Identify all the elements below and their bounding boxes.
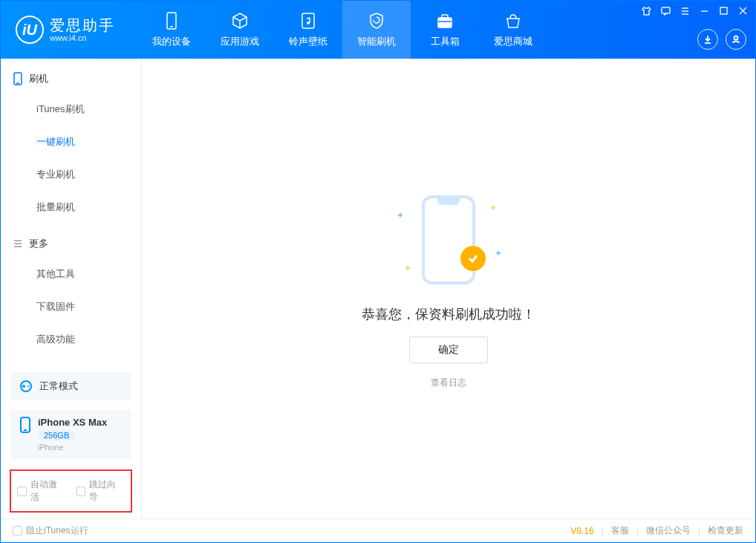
app-logo[interactable]: iU 爱思助手 www.i4.cn — [1, 16, 115, 44]
sidebar-item-download-firmware[interactable]: 下载固件 — [1, 290, 141, 323]
checkbox-label: 跳过向导 — [89, 478, 125, 504]
toolbox-icon — [435, 11, 454, 30]
checkbox-icon — [17, 487, 27, 496]
ok-button[interactable]: 确定 — [409, 336, 488, 363]
tab-smart-flash[interactable]: 智能刷机 — [342, 1, 411, 59]
svg-rect-2 — [302, 13, 314, 28]
header: iU 爱思助手 www.i4.cn 我的设备 应用游戏 铃声壁纸 智能刷机 工具… — [1, 1, 755, 59]
user-icon[interactable] — [726, 29, 746, 50]
checkbox-icon — [76, 487, 86, 496]
svg-rect-4 — [438, 18, 452, 27]
window-controls — [641, 5, 748, 16]
footer: 阻止iTunes运行 V8.16 | 客服 | 微信公众号 | 检查更新 — [1, 518, 755, 542]
device-box[interactable]: iPhone XS Max 256GB iPhone — [10, 409, 131, 459]
cube-icon — [230, 11, 250, 30]
sidebar-item-batch-flash[interactable]: 批量刷机 — [1, 191, 141, 224]
sidebar-group-flash[interactable]: 刷机 — [1, 59, 141, 93]
mode-box[interactable]: 正常模式 — [10, 372, 131, 400]
nav-tabs: 我的设备 应用游戏 铃声壁纸 智能刷机 工具箱 爱思商城 — [137, 1, 547, 59]
svg-rect-5 — [442, 15, 448, 18]
svg-point-24 — [27, 385, 30, 388]
music-icon — [299, 11, 318, 30]
svg-point-16 — [734, 36, 738, 40]
view-log-link[interactable]: 查看日志 — [431, 377, 466, 389]
checkbox-label: 阻止iTunes运行 — [26, 524, 88, 537]
sidebar-item-advanced[interactable]: 高级功能 — [1, 323, 141, 356]
tab-apps-games[interactable]: 应用游戏 — [206, 1, 274, 59]
phone-icon — [422, 195, 475, 284]
checkbox-block-itunes[interactable]: 阻止iTunes运行 — [13, 524, 88, 537]
tab-label: 铃声壁纸 — [289, 35, 328, 48]
device-type: iPhone — [38, 443, 107, 452]
svg-point-3 — [307, 22, 310, 25]
feedback-icon[interactable] — [660, 5, 671, 16]
sidebar-item-oneclick-flash[interactable]: 一键刷机 — [1, 126, 141, 158]
logo-icon: iU — [16, 16, 44, 44]
svg-point-23 — [22, 385, 25, 388]
sidebar-group-more[interactable]: 更多 — [1, 224, 141, 258]
store-icon — [504, 11, 523, 30]
skin-icon[interactable] — [641, 5, 651, 16]
device-capacity: 256GB — [38, 430, 75, 440]
svg-rect-12 — [720, 7, 727, 14]
footer-link-update[interactable]: 检查更新 — [708, 524, 743, 537]
group-title: 刷机 — [29, 72, 48, 85]
checkbox-icon — [13, 526, 22, 536]
success-illustration: ✦ ✦ ✦ ✦ — [374, 188, 523, 292]
main-content: ✦ ✦ ✦ ✦ 恭喜您，保资料刷机成功啦！ 确定 查看日志 — [142, 59, 755, 518]
tab-label: 我的设备 — [152, 35, 191, 48]
minimize-icon[interactable] — [699, 5, 709, 16]
download-icon[interactable] — [697, 29, 718, 50]
checkbox-label: 自动激活 — [30, 478, 66, 504]
shield-icon — [367, 11, 386, 30]
tab-label: 工具箱 — [431, 35, 460, 48]
maximize-icon[interactable] — [718, 5, 729, 16]
check-badge-icon — [460, 246, 486, 271]
logo-subtitle: www.i4.cn — [50, 33, 115, 42]
sidebar: 刷机 iTunes刷机 一键刷机 专业刷机 批量刷机 更多 其他工具 下载固件 … — [1, 59, 142, 518]
tab-my-device[interactable]: 我的设备 — [137, 1, 206, 59]
sidebar-item-other-tools[interactable]: 其他工具 — [1, 258, 141, 290]
tab-store[interactable]: 爱思商城 — [479, 1, 547, 59]
sidebar-item-itunes-flash[interactable]: iTunes刷机 — [1, 93, 141, 126]
tab-ringtones[interactable]: 铃声壁纸 — [274, 1, 342, 59]
options-highlight: 自动激活 跳过向导 — [10, 469, 132, 513]
device-icon — [162, 11, 181, 30]
success-message: 恭喜您，保资料刷机成功啦！ — [362, 305, 535, 323]
tab-label: 爱思商城 — [494, 35, 532, 48]
logo-title: 爱思助手 — [50, 17, 115, 33]
tab-toolbox[interactable]: 工具箱 — [411, 1, 479, 59]
group-title: 更多 — [29, 237, 48, 250]
version-label: V8.16 — [570, 526, 593, 536]
footer-link-support[interactable]: 客服 — [611, 524, 629, 537]
menu-icon[interactable] — [680, 5, 690, 16]
svg-rect-7 — [662, 7, 670, 13]
header-right — [697, 29, 746, 50]
checkbox-auto-activate[interactable]: 自动激活 — [17, 478, 66, 504]
sidebar-item-pro-flash[interactable]: 专业刷机 — [1, 158, 141, 191]
footer-link-wechat[interactable]: 微信公众号 — [646, 524, 691, 537]
checkbox-skip-guide[interactable]: 跳过向导 — [76, 478, 126, 504]
device-name: iPhone XS Max — [38, 417, 107, 428]
mode-label: 正常模式 — [39, 380, 78, 393]
close-icon[interactable] — [737, 5, 748, 16]
tab-label: 智能刷机 — [357, 35, 396, 48]
tab-label: 应用游戏 — [221, 35, 259, 48]
